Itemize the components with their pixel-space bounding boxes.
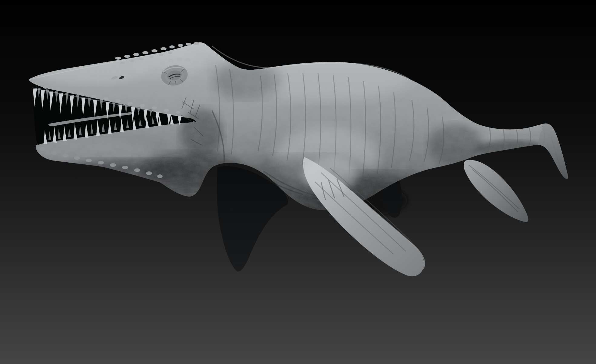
sculpt-viewport (0, 0, 596, 364)
sculpt-viewport-canvas[interactable] (0, 0, 596, 364)
